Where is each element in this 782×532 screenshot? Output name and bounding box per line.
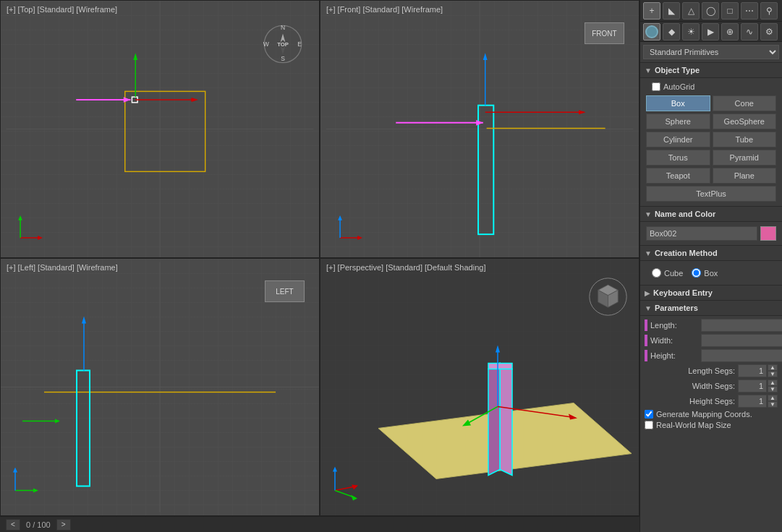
viewport-perspective[interactable]: [+] [Perspective] [Standard] [Default Sh… — [320, 258, 639, 516]
creation-method-radios: Cube Box — [646, 265, 776, 280]
obj-btn-cylinder[interactable]: Cylinder — [646, 132, 710, 147]
svg-marker-15 — [191, 98, 198, 102]
width-segs-input[interactable] — [738, 379, 767, 392]
helpers-btn[interactable]: ⊕ — [721, 23, 739, 40]
generate-mapping-label[interactable]: Generate Mapping Coords. — [656, 410, 752, 419]
keyboard-entry-header[interactable]: ▶ Keyboard Entry — [640, 286, 782, 301]
box-radio[interactable] — [692, 268, 701, 278]
next-button[interactable]: > — [56, 519, 71, 531]
obj-btn-geosphere[interactable]: GeoSphere — [713, 113, 777, 129]
obj-btn-cone[interactable]: Cone — [713, 95, 777, 111]
obj-btn-plane[interactable]: Plane — [713, 168, 777, 184]
length-segs-down[interactable]: ▼ — [768, 371, 778, 377]
width-segs-row: Width Segs: ▲ ▼ — [645, 379, 778, 392]
length-input[interactable] — [701, 319, 782, 332]
width-segs-up[interactable]: ▲ — [768, 379, 778, 386]
parameters-header[interactable]: ▼ Parameters — [640, 301, 782, 316]
height-segs-up[interactable]: ▲ — [768, 395, 778, 401]
obj-btn-teapot[interactable]: Teapot — [646, 168, 710, 184]
viewport-front-scene — [320, 1, 639, 257]
width-segs-down[interactable]: ▼ — [768, 386, 778, 392]
autogrid-text: AutoGrid — [663, 82, 694, 91]
real-world-label[interactable]: Real-World Map Size — [656, 421, 731, 429]
cube-radio-label[interactable]: Cube — [652, 268, 683, 278]
obj-btn-tube[interactable]: Tube — [713, 132, 777, 147]
name-color-content — [640, 222, 782, 246]
obj-btn-sphere[interactable]: Sphere — [646, 113, 710, 129]
keyboard-entry-arrow: ▶ — [645, 289, 650, 297]
width-segs-label: Width Segs: — [645, 382, 738, 390]
cameras-btn[interactable]: ▶ — [702, 23, 719, 40]
viewport-top[interactable]: [+] [Top] [Standard] [Wireframe] N S E W… — [0, 0, 320, 258]
prev-button[interactable]: < — [6, 519, 20, 531]
width-label: Width: — [650, 336, 701, 345]
svg-marker-67 — [351, 495, 357, 501]
length-segs-up[interactable]: ▲ — [768, 364, 778, 371]
autogrid-label[interactable]: AutoGrid — [652, 82, 694, 91]
svg-marker-65 — [333, 467, 337, 472]
obj-btn-pyramid[interactable]: Pyramid — [713, 150, 777, 166]
obj-btn-textplus[interactable]: TextPlus — [646, 186, 776, 202]
geometry-btn[interactable] — [643, 23, 660, 40]
object-type-header[interactable]: ▼ Object Type — [640, 63, 782, 78]
width-row: Width: ▲ ▼ — [645, 334, 778, 347]
svg-rect-10 — [125, 91, 205, 171]
cube-radio[interactable] — [652, 268, 661, 278]
width-input[interactable] — [701, 334, 782, 347]
height-segs-down[interactable]: ▼ — [768, 401, 778, 408]
height-segs-label: Height Segs: — [645, 397, 738, 406]
svg-marker-21 — [18, 215, 22, 220]
height-segs-input[interactable] — [738, 395, 767, 408]
obj-btn-box[interactable]: Box — [646, 95, 710, 111]
object-name-input[interactable] — [646, 226, 757, 241]
viewport-front[interactable]: [+] [Front] [Standard] [Wireframe] FRONT — [320, 0, 639, 258]
svg-marker-35 — [338, 215, 342, 220]
progress-text: 0 / 100 — [26, 520, 51, 529]
generate-mapping-row: Generate Mapping Coords. — [645, 410, 778, 419]
generate-mapping-checkbox[interactable] — [645, 410, 653, 419]
svg-marker-43 — [55, 419, 60, 424]
hierarchy-tool-btn[interactable]: △ — [682, 2, 700, 20]
autogrid-checkbox[interactable] — [652, 82, 660, 91]
svg-marker-26 — [483, 53, 488, 60]
primitives-dropdown[interactable]: Standard Primitives — [643, 45, 779, 59]
viewport-left-scene — [1, 259, 319, 515]
height-row: Height: ▲ ▼ — [645, 349, 778, 362]
name-color-title: Name and Color — [655, 210, 715, 218]
shapes-btn[interactable]: ◆ — [663, 23, 680, 40]
display-tool-btn[interactable]: □ — [721, 2, 739, 20]
svg-marker-57 — [496, 346, 500, 353]
real-world-checkbox[interactable] — [645, 421, 653, 429]
length-label: Length: — [650, 321, 701, 330]
viewport-top-scene — [1, 1, 319, 257]
extra-tool-btn[interactable]: ⚲ — [760, 2, 778, 20]
box-radio-label[interactable]: Box — [692, 268, 718, 278]
name-color-header[interactable]: ▼ Name and Color — [640, 207, 782, 222]
width-segs-spinner: ▲ ▼ — [768, 379, 778, 392]
spacewarp-btn[interactable]: ∿ — [741, 23, 758, 40]
length-segs-input[interactable] — [738, 364, 767, 377]
length-segs-spinner: ▲ ▼ — [768, 364, 778, 377]
height-label: Height: — [650, 351, 701, 360]
modify-tool-btn[interactable]: ◣ — [663, 2, 680, 20]
length-row: Length: ▲ ▼ — [645, 319, 778, 332]
length-accent — [645, 319, 647, 331]
svg-marker-13 — [133, 53, 137, 60]
systems-btn[interactable]: ⚙ — [760, 23, 778, 40]
motion-tool-btn[interactable]: ◯ — [702, 2, 719, 20]
object-type-grid: Box Cone Sphere GeoSphere Cylinder Tube … — [646, 95, 776, 202]
height-input[interactable] — [701, 349, 782, 362]
create-tool-btn[interactable]: + — [643, 2, 660, 20]
panel-toolbar: + ◣ △ ◯ □ ⋯ ⚲ — [640, 0, 782, 22]
panel-scroll: Standard Primitives ▼ Object Type AutoGr… — [640, 42, 782, 532]
color-swatch[interactable] — [760, 226, 776, 241]
width-accent — [645, 335, 647, 346]
viewport-left[interactable]: [+] [Left] [Standard] [Wireframe] LEFT — [0, 258, 320, 516]
creation-method-header[interactable]: ▼ Creation Method — [640, 246, 782, 261]
right-panel: + ◣ △ ◯ □ ⋯ ⚲ ◆ ☀ ▶ ⊕ ∿ ⚙ Standard Primi… — [639, 0, 782, 532]
utilities-tool-btn[interactable]: ⋯ — [741, 2, 758, 20]
lights-btn[interactable]: ☀ — [682, 23, 700, 40]
viewport-perspective-scene — [320, 259, 639, 515]
svg-marker-45 — [33, 489, 38, 493]
obj-btn-torus[interactable]: Torus — [646, 150, 710, 166]
